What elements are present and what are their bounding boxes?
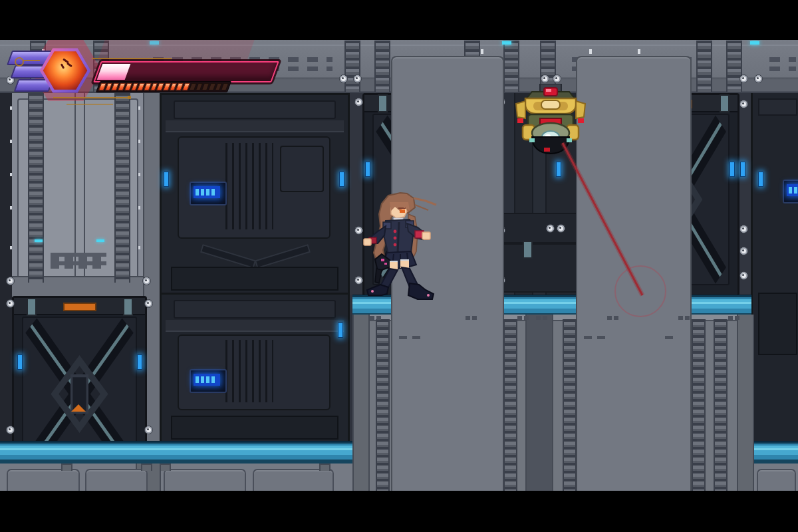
bolt-icon (739, 225, 748, 233)
floor-slab (85, 469, 148, 491)
platform-notch (524, 316, 529, 320)
platform-notch (607, 316, 612, 320)
blue-wall-light (137, 354, 142, 370)
panel-dash-mark (665, 336, 673, 339)
display-glass (194, 186, 220, 198)
panel-lip (166, 320, 344, 332)
left-edge-strip (0, 93, 13, 441)
circuit-line (66, 104, 113, 105)
vent-slats (225, 143, 273, 229)
chevron-left (200, 244, 256, 269)
floor-slab (757, 469, 796, 491)
platform-notch (517, 316, 522, 320)
floor-riser-tab (160, 464, 171, 471)
bolt-icon (739, 247, 748, 255)
bolt-icon (339, 74, 348, 83)
platform-left-edge (352, 315, 370, 491)
platform-notch (685, 316, 690, 320)
vent-slats (225, 340, 273, 402)
white-marker-dot (638, 49, 640, 54)
bolt-icon (739, 271, 748, 280)
floor-riser-tab (319, 464, 331, 471)
bolt-icon (142, 277, 151, 285)
rivet-dot (10, 140, 12, 143)
bolt-icon (541, 74, 549, 83)
pillar-ladder-track (114, 93, 130, 283)
cyan-indicator-light (96, 239, 104, 242)
teal-tab (378, 94, 388, 112)
health-bar (93, 61, 279, 82)
energy-segment-bar (96, 81, 231, 92)
platform-ladder-track (563, 319, 577, 491)
panel-bottom-bar (171, 416, 338, 440)
bolt-icon (557, 224, 565, 233)
blue-wall-light (758, 172, 763, 187)
bolt-icon (553, 74, 561, 83)
bolt-icon (354, 98, 363, 106)
platform-ladder-track (714, 319, 728, 491)
game-viewport[interactable] (0, 0, 798, 532)
blue-wall-light (338, 323, 343, 338)
blue-wall-light (730, 162, 735, 177)
platform-notch (543, 316, 547, 320)
health-bar-fill (97, 64, 131, 80)
ceiling-riser-pillar (726, 41, 742, 92)
pillar-ladder-track (28, 93, 44, 283)
cyan-indicator-light (35, 239, 43, 242)
rivet-dot (10, 246, 12, 249)
floor-edge-lightstrip (751, 441, 798, 464)
platform-notch (376, 316, 381, 320)
circuit-line (23, 60, 40, 61)
blue-wall-light (556, 162, 561, 177)
platform-notch (536, 316, 541, 320)
letterbox-bottom (0, 491, 798, 532)
energy-segment-empty (221, 83, 229, 90)
display-glass (787, 184, 798, 196)
machine-subpanel (280, 146, 324, 192)
status-display (190, 369, 227, 393)
bolt-icon (6, 299, 15, 308)
bolt-icon (739, 74, 748, 83)
platform-notch (735, 316, 739, 320)
chevron-right (255, 244, 311, 269)
bolt-icon (144, 426, 153, 434)
flame-claw-mark (66, 63, 72, 68)
bolt-icon (144, 299, 153, 308)
cyan-indicator-light (750, 41, 759, 45)
white-marker-dot (589, 49, 592, 54)
ceiling-vent-dashes (769, 57, 796, 62)
bolt-icon (6, 277, 15, 285)
left-pillar-vents (51, 253, 106, 269)
white-marker-dot (481, 49, 483, 54)
cyan-indicator-light (502, 41, 511, 45)
bolt-icon (546, 224, 555, 233)
platform-ladder-track (503, 319, 517, 491)
hud (0, 0, 306, 113)
floor-slab (164, 469, 246, 491)
panel-dash-mark (412, 336, 420, 339)
panel-box (758, 293, 797, 355)
teal-tab (523, 241, 533, 259)
ceiling-vent-dashes (769, 66, 796, 71)
circuit-line (92, 58, 172, 59)
bolt-icon (353, 74, 362, 83)
platform-ladder-track (376, 319, 390, 491)
platform-notch (472, 316, 477, 320)
teal-tab (27, 298, 37, 316)
rivet-dot (138, 140, 140, 143)
bolt-icon (6, 426, 15, 434)
player-character (362, 190, 443, 303)
circuit-line (53, 97, 128, 98)
floor-edge-lightstrip (0, 441, 352, 464)
platform-ladder-track (692, 319, 706, 491)
platform-wall-panel (576, 56, 692, 491)
blue-wall-light (365, 162, 370, 177)
bolt-icon (754, 74, 763, 83)
display-glass (194, 374, 220, 386)
rivet-dot (10, 206, 12, 209)
panel-lip (166, 120, 344, 132)
ceiling-riser-pillar (374, 41, 390, 92)
floor-slab (253, 469, 334, 491)
panel-dash-mark (597, 336, 605, 339)
floor-riser-tab (141, 464, 152, 471)
